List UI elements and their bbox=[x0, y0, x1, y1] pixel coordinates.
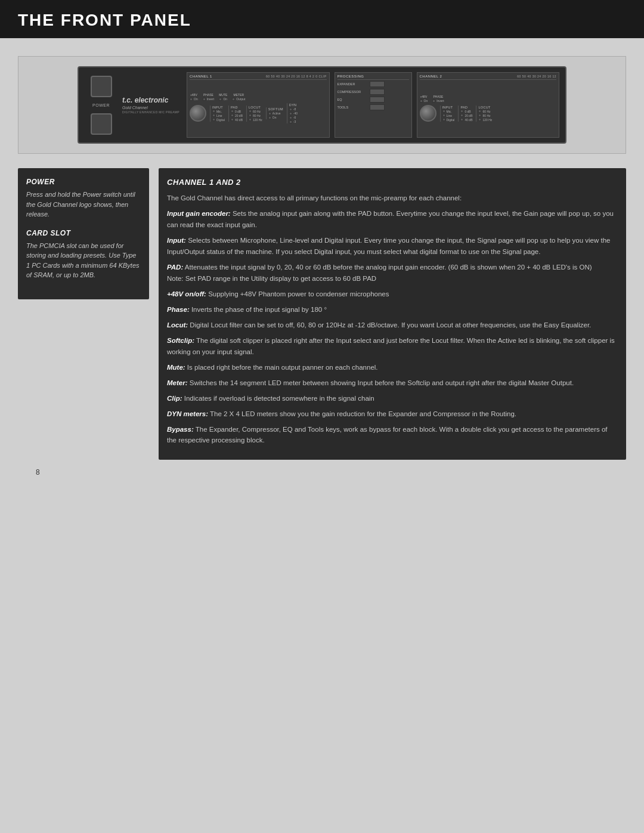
led-20db-ch2 bbox=[460, 114, 463, 117]
card-slot-info-section: CARD SLOT The PCMCIA slot can be used fo… bbox=[26, 229, 141, 280]
softum-section: SOFTUM Active On bbox=[266, 107, 283, 119]
para-bypass: Bypass: The Expander, Compressor, EQ and… bbox=[167, 424, 618, 447]
led-dyn1 bbox=[289, 108, 292, 111]
channel2-knob[interactable] bbox=[420, 105, 436, 122]
device-panel: POWER t.c. electronic Gold Channel DIGIT… bbox=[78, 66, 566, 144]
led-40db bbox=[231, 118, 234, 121]
hbv-label: +48V bbox=[190, 93, 197, 97]
processing-rows: EXPANDER COMPRESSOR EQ TOOLS bbox=[338, 81, 409, 135]
channel1-bottom-controls: INPUT Mic. Line bbox=[190, 103, 327, 123]
processing-section: PROCESSING EXPANDER COMPRESSOR EQ bbox=[335, 72, 412, 138]
input-section-ch2: INPUT Mic. Line bbox=[440, 106, 455, 122]
meter-label: METER bbox=[234, 93, 244, 97]
led-active bbox=[268, 112, 271, 115]
page-header: THE FRONT PANEL bbox=[0, 0, 644, 38]
info-box: POWER Press and hold the Power switch un… bbox=[18, 168, 149, 299]
led-mic bbox=[212, 110, 215, 113]
card-slot-title: CARD SLOT bbox=[26, 229, 141, 237]
led-48v-ch2 bbox=[420, 100, 423, 103]
led-120hz-ch2 bbox=[478, 118, 481, 121]
power-body: Press and hold the Power switch until th… bbox=[26, 190, 141, 219]
channel1-top-controls: +48V On PHASE Invert bbox=[190, 93, 327, 101]
led-48v bbox=[190, 98, 193, 101]
card-slot-body: The PCMCIA slot can be used for storing … bbox=[26, 241, 141, 280]
para-softclip: Softclip: The digital soft clipper is pl… bbox=[167, 335, 618, 358]
right-body: The Gold Channel has direct access to al… bbox=[167, 193, 618, 446]
compressor-button[interactable] bbox=[370, 89, 385, 95]
para-mute: Mute: Is placed right before the main ou… bbox=[167, 362, 618, 373]
para-locut: Locut: Digital Locut filter can be set t… bbox=[167, 320, 618, 331]
channel-1-header: CHANNEL 1 60 50 40 30 24 20 16 12 8 4 2 … bbox=[190, 75, 327, 80]
power-info-section: POWER Press and hold the Power switch un… bbox=[26, 178, 141, 219]
channel-2-section: CHANNEL 2 60 50 40 30 24 20 16 12 +48V bbox=[417, 72, 560, 138]
led-phase bbox=[203, 98, 206, 101]
para-phase: Phase: Inverts the phase of the input si… bbox=[167, 304, 618, 315]
tc-logo: t.c. electronic Gold Channel DIGITALLY E… bbox=[122, 96, 182, 114]
page-number: 8 bbox=[18, 468, 626, 476]
phase-label: PHASE bbox=[203, 93, 213, 97]
led-dyn2 bbox=[289, 112, 292, 115]
power-section: POWER bbox=[85, 76, 117, 135]
power-button-bottom[interactable] bbox=[91, 113, 112, 135]
channel2-bottom-controls: INPUT Mic. Line bbox=[420, 105, 557, 122]
logo-tagline: DIGITALLY ENHANCED MIC PREAMP bbox=[122, 110, 179, 114]
led-80hz-ch2 bbox=[478, 114, 481, 117]
led-60hz bbox=[249, 110, 252, 113]
channel2-top-controls: +48V On PHASE Invert bbox=[420, 95, 557, 103]
led-dyn3 bbox=[289, 116, 292, 119]
mute-label: MUTE bbox=[219, 93, 227, 97]
eq-row: EQ bbox=[338, 97, 409, 103]
pad-section: PAD 0 dB 20 dB bbox=[228, 106, 243, 122]
expander-button[interactable] bbox=[370, 81, 385, 87]
processing-header: PROCESSING bbox=[338, 75, 409, 80]
channel-1-controls: +48V On PHASE Invert bbox=[190, 81, 327, 135]
eq-button[interactable] bbox=[370, 97, 385, 103]
device-illustration: POWER t.c. electronic Gold Channel DIGIT… bbox=[18, 56, 626, 154]
channel-2-controls: +48V On PHASE Invert bbox=[420, 81, 557, 135]
compressor-row: COMPRESSOR bbox=[338, 89, 409, 95]
intro-text: The Gold Channel has direct access to al… bbox=[167, 193, 618, 204]
led-digital bbox=[212, 118, 215, 121]
dyn-section: DYN -8 -40 bbox=[287, 103, 298, 123]
logo-text: t.c. electronic bbox=[122, 96, 168, 104]
led-60hz-ch2 bbox=[478, 110, 481, 113]
para-input: Input: Selects between Microphone, Line-… bbox=[167, 235, 618, 258]
para-input-gain: Input gain encoder: Sets the analog inpu… bbox=[167, 208, 618, 231]
led-dyn4 bbox=[289, 120, 292, 123]
power-button-top[interactable] bbox=[91, 76, 112, 97]
led-0db bbox=[231, 110, 234, 113]
led-phase-ch2 bbox=[432, 100, 435, 103]
right-column: CHANNEL 1 AND 2 The Gold Channel has dir… bbox=[159, 168, 626, 460]
locut-section: LOCUT 60 Hz 80 Hz bbox=[246, 106, 262, 122]
main-content: POWER t.c. electronic Gold Channel DIGIT… bbox=[0, 38, 644, 494]
right-title: CHANNEL 1 AND 2 bbox=[167, 178, 618, 187]
left-column: POWER Press and hold the Power switch un… bbox=[18, 168, 149, 460]
led-0db-ch2 bbox=[460, 110, 463, 113]
channel-1-section: CHANNEL 1 60 50 40 30 24 20 16 12 8 4 2 … bbox=[187, 72, 330, 138]
led-20db bbox=[231, 114, 234, 117]
tools-button[interactable] bbox=[370, 104, 385, 110]
led-on bbox=[268, 116, 271, 119]
led-mic-ch2 bbox=[442, 110, 445, 113]
channel1-knob[interactable] bbox=[190, 105, 206, 122]
expander-row: EXPANDER bbox=[338, 81, 409, 87]
pad-section-ch2: PAD 0 dB 20 dB bbox=[458, 106, 472, 122]
led-digital-ch2 bbox=[442, 118, 445, 121]
para-dyn: DYN meters: The 2 X 4 LED meters show yo… bbox=[167, 408, 618, 420]
led-line-ch2 bbox=[442, 114, 445, 117]
content-columns: POWER Press and hold the Power switch un… bbox=[18, 168, 626, 460]
logo-sub: Gold Channel bbox=[122, 106, 148, 110]
power-label: POWER bbox=[92, 103, 110, 107]
power-title: POWER bbox=[26, 178, 141, 186]
para-clip: Clip: Indicates if overload is detected … bbox=[167, 393, 618, 404]
para-48v: +48V on/off: Supplying +48V Phantom powe… bbox=[167, 289, 618, 300]
led-meter bbox=[232, 98, 235, 101]
channel-2-header: CHANNEL 2 60 50 40 30 24 20 16 12 bbox=[420, 75, 557, 80]
led-line bbox=[212, 114, 215, 117]
led-120hz bbox=[249, 118, 252, 121]
input-section: INPUT Mic. Line bbox=[210, 106, 225, 122]
led-40db-ch2 bbox=[460, 118, 463, 121]
locut-section-ch2: LOCUT 60 Hz 80 Hz bbox=[476, 106, 492, 122]
page-title: THE FRONT PANEL bbox=[18, 11, 626, 30]
led-80hz bbox=[249, 114, 252, 117]
